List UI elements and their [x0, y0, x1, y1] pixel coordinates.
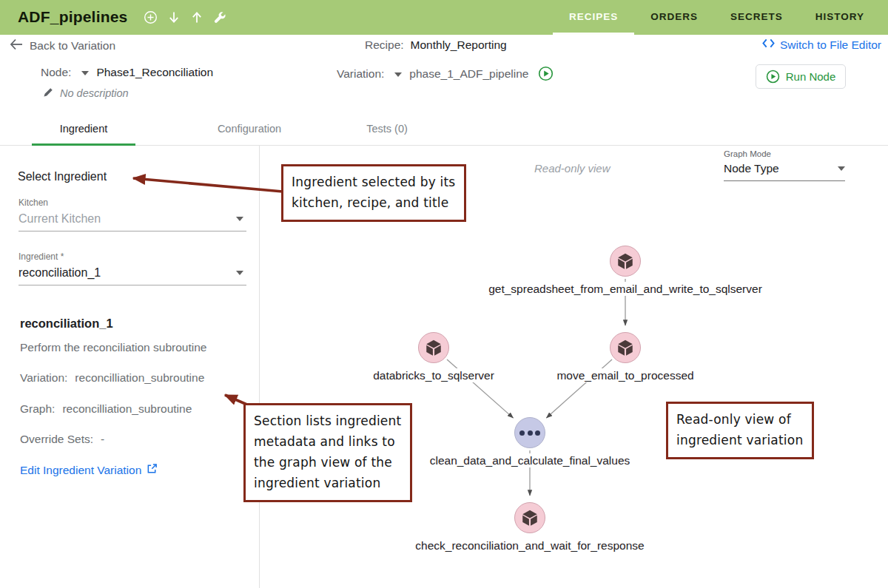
chevron-down-icon [236, 217, 243, 221]
annotation-box-section-metadata: Section lists ingredient metadata and li… [243, 403, 412, 502]
graph-node-label: databricks_to_sqlserver [371, 368, 497, 382]
header-nav: RECIPES ORDERS SECRETS HISTORY [553, 0, 881, 35]
node-label: Node: [41, 66, 71, 79]
graph-node-label: get_spreadsheet_from_email_and_write_to_… [486, 282, 764, 296]
ingredient-description: Perform the reconciliation subroutine [20, 341, 206, 354]
arrow-up-icon[interactable] [190, 10, 204, 24]
content-tabbar: Ingredient Configuration Tests (0) [0, 111, 888, 146]
wrench-icon[interactable] [213, 10, 227, 24]
variation-detail-value: reconcilliation_subroutine [75, 371, 204, 384]
external-link-icon [147, 463, 158, 477]
node-value: Phase1_Reconciliation [96, 66, 213, 79]
header-tab-history[interactable]: HISTORY [799, 0, 881, 35]
graph-detail-label: Graph: [20, 402, 55, 415]
app-window: ADF_pipelines RECIPES ORDERS SECRETS HIS… [0, 0, 888, 588]
header-tab-orders[interactable]: ORDERS [634, 0, 714, 35]
graph-mode-select[interactable]: Graph Mode Node Type [724, 149, 845, 181]
node-selector[interactable]: Node: Phase1_Reconciliation [41, 66, 213, 79]
annotation-arrow-select-ingredient [133, 178, 283, 192]
ingredient-field-label: Ingredient * [18, 251, 246, 262]
recipe-breadcrumb: Recipe:Monthly_Reporting [365, 38, 507, 52]
panel-divider [259, 146, 260, 588]
play-circle-icon[interactable] [538, 66, 554, 81]
node-description[interactable]: No description [43, 87, 129, 100]
switch-to-file-editor-link[interactable]: Switch to File Editor [761, 38, 881, 52]
back-to-variation-link[interactable]: Back to Variation [9, 38, 115, 54]
chevron-down-icon [394, 72, 402, 77]
tab-configuration[interactable]: Configuration [198, 111, 301, 146]
override-sets-label: Override Sets: [20, 433, 93, 445]
graph-mode-value: Node Type [724, 162, 779, 175]
description-text: No description [60, 87, 129, 99]
tab-tests[interactable]: Tests (0) [335, 111, 439, 146]
ingredient-field-value: reconciliation_1 [18, 266, 101, 280]
edit-ingredient-variation-link[interactable]: Edit Ingredient Variation [20, 463, 158, 477]
arrow-down-icon[interactable] [167, 10, 181, 24]
graph-detail-value: reconcilliation_subroutine [62, 402, 192, 415]
recipe-value: Monthly_Reporting [411, 38, 507, 51]
active-tab-indicator [32, 143, 135, 146]
chevron-down-icon [236, 271, 243, 275]
ingredient-detail-title: reconciliation_1 [20, 317, 113, 331]
graph-node-ellipsis-icon[interactable] [514, 417, 545, 448]
switch-editor-label: Switch to File Editor [780, 38, 881, 52]
run-node-button[interactable]: Run Node [756, 64, 846, 89]
app-title: ADF_pipelines [18, 8, 127, 35]
plus-circle-icon[interactable] [144, 10, 158, 24]
kitchen-field-label: Kitchen [18, 197, 246, 208]
tab-ingredient[interactable]: Ingredient [32, 111, 135, 146]
play-circle-icon [766, 70, 780, 84]
code-icon [761, 38, 776, 52]
graph-node-label: clean_data_and_calculate_final_values [428, 453, 633, 467]
graph-node-cube-icon[interactable] [418, 332, 449, 363]
graph-mode-label: Graph Mode [724, 149, 845, 158]
back-arrow-icon [9, 38, 24, 54]
override-sets-row: Override Sets:- [20, 433, 104, 446]
graph-node-cube-icon[interactable] [514, 502, 545, 533]
chevron-down-icon [81, 71, 89, 75]
graph-node-label: check_reconciliation_and_wait_for_respon… [413, 538, 646, 552]
variation-detail-row: Variation:reconcilliation_subroutine [20, 371, 204, 385]
edit-link-label: Edit Ingredient Variation [20, 464, 141, 477]
header-tab-secrets[interactable]: SECRETS [714, 0, 799, 35]
variation-label: Variation: [337, 67, 384, 81]
chevron-down-icon [838, 166, 845, 171]
variation-selector[interactable]: Variation: phase_1_ADF_pipeline [337, 66, 554, 81]
pencil-icon [43, 87, 54, 100]
back-label: Back to Variation [30, 39, 115, 53]
recipe-label: Recipe: [365, 38, 404, 51]
header-toolbar [144, 0, 227, 35]
graph-detail-row: Graph:reconcilliation_subroutine [20, 402, 192, 416]
annotation-box-readonly-view: Read-only view of ingredient variation [666, 402, 814, 459]
kitchen-select[interactable]: Kitchen Current Kitchen [18, 197, 246, 232]
app-header: ADF_pipelines RECIPES ORDERS SECRETS HIS… [0, 0, 888, 35]
ingredient-select[interactable]: Ingredient * reconciliation_1 [18, 251, 246, 285]
read-only-watermark: Read-only view [534, 162, 610, 175]
run-node-label: Run Node [786, 70, 836, 83]
select-ingredient-title: Select Ingredient [18, 170, 107, 183]
breadcrumb-row: Back to Variation Recipe:Monthly_Reporti… [0, 35, 888, 58]
variation-value: phase_1_ADF_pipeline [409, 67, 528, 81]
graph-node-cube-icon[interactable] [610, 246, 641, 277]
variation-detail-label: Variation: [20, 371, 67, 384]
header-tab-recipes[interactable]: RECIPES [553, 0, 634, 35]
graph-node-cube-icon[interactable] [610, 332, 641, 363]
kitchen-field-value: Current Kitchen [18, 212, 101, 226]
annotation-box-ingredient-selected: Ingredient selected by its kitchen, reci… [281, 164, 466, 222]
graph-node-label: move_email_to_processed [554, 368, 696, 382]
override-sets-value: - [101, 433, 104, 445]
node-row: Node: Phase1_Reconciliation Variation: p… [0, 58, 888, 92]
